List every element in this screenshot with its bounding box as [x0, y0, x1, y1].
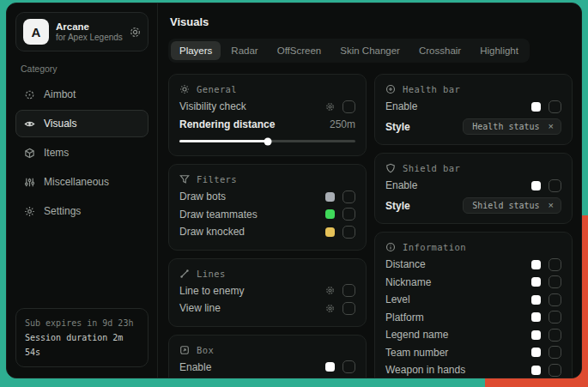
color-swatch[interactable]	[325, 362, 335, 372]
close-icon[interactable]: ×	[549, 201, 554, 210]
weapon-in-hands-row: Weapon in hands	[385, 361, 561, 378]
cube-icon	[24, 148, 35, 159]
color-swatch[interactable]	[531, 181, 541, 190]
shield-style-row: Style Shield status ×	[385, 197, 561, 215]
health-enable-checkbox[interactable]	[549, 100, 561, 113]
color-swatch[interactable]	[325, 192, 335, 202]
sidebar-item-label: Visuals	[44, 118, 76, 130]
box-card: Box Enable Enable background	[168, 335, 367, 378]
page-title: Visuals	[170, 15, 573, 28]
tab-highlight[interactable]: Highlight	[471, 41, 527, 60]
shield-icon	[385, 163, 396, 173]
sidebar-item-label: Aimbot	[44, 88, 76, 100]
line-to-enemy-row: Line to enemy	[179, 282, 355, 300]
box-enable-row: Enable	[179, 359, 355, 377]
lines-card: Lines Line to enemy	[168, 258, 367, 327]
color-swatch[interactable]	[325, 209, 335, 219]
app-logo: A	[23, 19, 49, 45]
section-title: Lines	[197, 269, 226, 279]
color-swatch[interactable]	[531, 366, 541, 375]
box-enable-background-row: Enable background	[179, 376, 355, 378]
sun-icon	[179, 84, 190, 94]
section-title: General	[197, 84, 237, 94]
rendering-distance-value: 250m	[330, 118, 355, 130]
sidebar-item-visuals[interactable]: Visuals	[15, 110, 149, 137]
tab-players[interactable]: Players	[171, 41, 221, 60]
filters-card: Filters Draw bots Draw teammates	[168, 164, 367, 251]
weapon-in-hands-checkbox[interactable]	[549, 364, 561, 377]
information-card: Information Distance Nickname	[374, 232, 573, 378]
category-label: Category	[21, 63, 143, 74]
gear-icon[interactable]	[325, 304, 335, 313]
sidebar: A Arcane for Apex Legends Category Aimbo…	[7, 3, 158, 378]
tab-radar[interactable]: Radar	[222, 41, 266, 60]
left-column: General Visibility check	[168, 74, 367, 378]
team-number-checkbox[interactable]	[549, 346, 561, 359]
draw-teammates-checkbox[interactable]	[342, 208, 355, 221]
shield-enable-checkbox[interactable]	[549, 179, 561, 192]
gear-icon[interactable]	[325, 102, 335, 112]
color-swatch[interactable]	[531, 295, 541, 305]
eye-icon	[24, 118, 35, 130]
color-swatch[interactable]	[531, 312, 541, 322]
gear-icon	[24, 206, 35, 217]
color-swatch[interactable]	[531, 348, 541, 357]
sidebar-item-settings[interactable]: Settings	[15, 197, 149, 225]
visibility-check-checkbox[interactable]	[342, 100, 355, 113]
app-logo-card: A Arcane for Apex Legends	[15, 12, 149, 51]
health-enable-row: Enable	[385, 98, 561, 116]
shield-bar-card: Shield bar Enable Style Shield status	[374, 153, 573, 224]
color-swatch[interactable]	[531, 330, 541, 340]
platform-checkbox[interactable]	[549, 311, 561, 324]
draw-knocked-checkbox[interactable]	[342, 226, 355, 239]
team-number-row: Team number	[385, 344, 561, 362]
color-swatch[interactable]	[531, 260, 541, 269]
session-duration-text: Session duration 2m 54s	[25, 330, 139, 360]
rendering-distance-row: Rendering distance 250m	[179, 116, 355, 134]
health-bar-card: Health bar Enable Style Health status	[374, 74, 573, 145]
line-to-enemy-checkbox[interactable]	[342, 284, 355, 297]
sidebar-item-items[interactable]: Items	[15, 139, 149, 166]
section-title: Shield bar	[403, 163, 460, 173]
sidebar-item-miscellaneous[interactable]: Miscellaneous	[15, 168, 149, 196]
tab-crosshair[interactable]: Crosshair	[410, 41, 470, 60]
health-style-row: Style Health status ×	[385, 118, 561, 136]
legend-name-row: Legend name	[385, 326, 561, 344]
cards-grid: General Visibility check	[168, 74, 573, 378]
slider-thumb[interactable]	[264, 137, 271, 145]
health-style-select[interactable]: Health status ×	[463, 118, 561, 135]
sidebar-item-aimbot[interactable]: Aimbot	[15, 81, 149, 108]
shield-enable-row: Enable	[385, 177, 561, 195]
sidebar-item-label: Items	[44, 147, 69, 159]
view-line-row: View line	[179, 299, 355, 317]
gear-icon[interactable]	[325, 286, 335, 295]
shield-style-select[interactable]: Shield status ×	[463, 197, 561, 214]
level-checkbox[interactable]	[549, 293, 561, 306]
sliders-icon	[24, 177, 35, 188]
tab-offscreen[interactable]: OffScreen	[269, 41, 330, 60]
general-card: General Visibility check	[168, 74, 367, 156]
view-line-checkbox[interactable]	[342, 302, 355, 315]
legend-name-checkbox[interactable]	[549, 329, 561, 342]
diagonal-line-icon	[179, 269, 190, 279]
draw-teammates-row: Draw teammates	[179, 206, 355, 224]
rendering-distance-slider[interactable]	[179, 140, 355, 142]
sidebar-item-label: Miscellaneous	[44, 176, 109, 188]
app-subtitle: for Apex Legends	[56, 33, 123, 44]
draw-bots-checkbox[interactable]	[342, 190, 355, 203]
distance-row: Distance	[385, 256, 561, 274]
close-icon[interactable]: ×	[549, 122, 554, 131]
color-swatch[interactable]	[325, 227, 335, 237]
settings-gear-icon[interactable]	[130, 27, 141, 38]
sidebar-item-label: Settings	[44, 205, 81, 217]
distance-checkbox[interactable]	[549, 258, 561, 271]
level-row: Level	[385, 291, 561, 309]
tab-skin-changer[interactable]: Skin Changer	[331, 41, 409, 60]
sidebar-nav: Aimbot Visuals Items	[15, 81, 149, 225]
nickname-checkbox[interactable]	[549, 275, 561, 288]
main-panel: Visuals Players Radar OffScreen Skin Cha…	[158, 3, 581, 378]
box-enable-checkbox[interactable]	[342, 360, 355, 373]
color-swatch[interactable]	[531, 277, 541, 287]
color-swatch[interactable]	[531, 102, 541, 112]
info-icon	[385, 242, 396, 252]
